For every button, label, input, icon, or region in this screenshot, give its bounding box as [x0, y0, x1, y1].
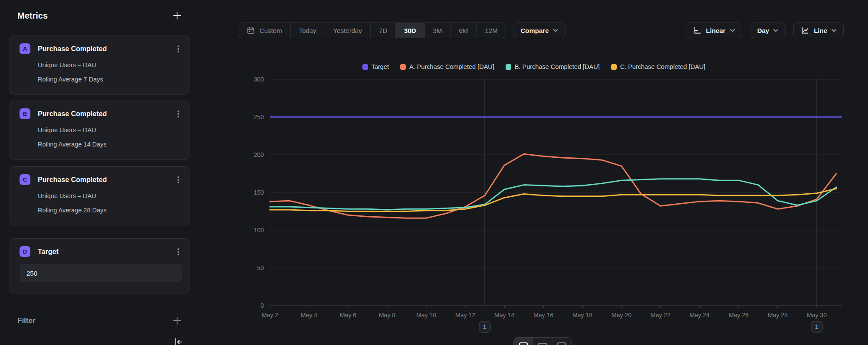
svg-text:May 28: May 28 — [768, 312, 788, 319]
granularity-label: Day — [757, 27, 769, 34]
metrics-dashboard: Metrics A Purchase Completed Unique User… — [0, 0, 868, 345]
svg-text:May 12: May 12 — [455, 312, 475, 319]
svg-text:1: 1 — [483, 323, 487, 330]
metric-menu-button[interactable] — [175, 176, 182, 184]
granularity-dropdown-button[interactable]: Day — [750, 23, 786, 38]
svg-text:May 26: May 26 — [729, 312, 749, 319]
metric-event-type: Unique Users – DAU — [38, 127, 182, 133]
svg-text:150: 150 — [254, 189, 264, 196]
add-filter-button[interactable] — [172, 316, 182, 326]
metric-rolling-average: Rolling Average 14 Days — [38, 141, 182, 148]
sidebar: Metrics A Purchase Completed Unique User… — [0, 0, 200, 345]
chevron-down-icon — [832, 29, 836, 32]
range-12m[interactable]: 12M — [476, 23, 506, 38]
svg-text:May 30: May 30 — [807, 312, 827, 319]
compare-label: Compare — [520, 27, 549, 34]
sidebar-title: Metrics — [17, 11, 48, 21]
svg-text:May 22: May 22 — [651, 312, 671, 319]
collapse-sidebar-button[interactable] — [173, 336, 184, 345]
range-label: 7D — [379, 27, 387, 34]
range-3m[interactable]: 3M — [424, 23, 450, 38]
chart-view-icon — [518, 342, 529, 345]
chevron-down-icon — [553, 29, 558, 32]
target-title: Target — [38, 248, 175, 256]
svg-text:May 24: May 24 — [690, 312, 710, 319]
metric-menu-button[interactable] — [175, 110, 182, 118]
target-card[interactable]: D Target — [10, 238, 190, 293]
view-mode-segmented-control — [513, 337, 572, 345]
view-mode-split[interactable] — [552, 338, 571, 345]
range-30d[interactable]: 30D — [395, 23, 424, 38]
svg-text:50: 50 — [257, 264, 264, 271]
split-view-icon — [556, 342, 567, 345]
range-custom[interactable]: Custom — [238, 23, 290, 38]
range-6m[interactable]: 6M — [450, 23, 476, 38]
metric-rolling-average: Rolling Average 28 Days — [38, 207, 182, 214]
chart-svg[interactable]: 050100150200250300May 2May 4May 6May 8Ma… — [200, 56, 868, 345]
scale-dropdown-button[interactable]: Linear — [686, 23, 742, 38]
view-mode-chart[interactable] — [514, 338, 533, 345]
sidebar-header: Metrics — [17, 10, 182, 22]
chevron-down-icon — [730, 29, 735, 32]
add-metric-button[interactable] — [172, 10, 182, 21]
plus-icon — [172, 316, 182, 326]
filter-section: Filter — [17, 315, 182, 327]
svg-text:0: 0 — [260, 302, 264, 309]
metric-menu-button[interactable] — [175, 45, 182, 53]
view-mode-table[interactable] — [533, 338, 552, 345]
metric-rolling-average: Rolling Average 7 Days — [38, 76, 182, 83]
date-range-segmented-control: Custom Today Yesterday 7D 30D 3M 6M 12M — [238, 23, 506, 38]
svg-text:May 10: May 10 — [416, 312, 436, 319]
metric-event-type: Unique Users – DAU — [38, 192, 182, 199]
metric-card-a[interactable]: A Purchase Completed Unique Users – DAU … — [10, 36, 190, 94]
svg-text:May 18: May 18 — [572, 312, 592, 319]
metric-title: Purchase Completed — [38, 110, 175, 118]
target-menu-button[interactable] — [175, 247, 182, 256]
svg-text:1: 1 — [815, 323, 819, 330]
range-7d[interactable]: 7D — [370, 23, 395, 38]
axes-icon — [693, 26, 702, 35]
kebab-icon — [175, 45, 182, 53]
range-label: 6M — [459, 27, 468, 34]
sidebar-divider — [0, 330, 200, 330]
range-label: Yesterday — [333, 27, 362, 34]
chevron-down-icon — [773, 29, 778, 32]
kebab-icon — [175, 176, 182, 184]
metric-card-b[interactable]: B Purchase Completed Unique Users – DAU … — [10, 101, 190, 159]
svg-text:May 8: May 8 — [379, 312, 395, 319]
calendar-icon — [247, 26, 255, 35]
kebab-icon — [175, 110, 182, 118]
target-badge: D — [20, 246, 30, 257]
svg-text:300: 300 — [254, 76, 264, 83]
range-label: Custom — [260, 27, 282, 34]
svg-text:May 14: May 14 — [494, 312, 514, 319]
line-chart-icon — [801, 26, 809, 35]
chart-type-label: Line — [814, 27, 827, 34]
range-yesterday[interactable]: Yesterday — [325, 23, 370, 38]
svg-text:May 4: May 4 — [301, 312, 317, 319]
metric-badge: B — [20, 108, 30, 119]
svg-text:May 2: May 2 — [262, 312, 278, 319]
metric-card-c[interactable]: C Purchase Completed Unique Users – DAU … — [10, 166, 190, 225]
svg-text:200: 200 — [254, 151, 264, 158]
svg-text:May 16: May 16 — [533, 312, 553, 319]
plus-icon — [172, 10, 182, 21]
metric-badge: A — [20, 43, 30, 54]
range-today[interactable]: Today — [290, 23, 325, 38]
range-label: 12M — [485, 27, 497, 34]
collapse-left-icon — [173, 336, 184, 345]
target-value-input[interactable] — [20, 264, 182, 282]
filter-title: Filter — [17, 316, 36, 325]
svg-text:100: 100 — [254, 227, 264, 234]
metric-title: Purchase Completed — [38, 176, 175, 184]
metric-badge: C — [20, 174, 30, 185]
compare-button[interactable]: Compare — [513, 23, 565, 38]
svg-text:250: 250 — [254, 114, 264, 120]
chart-type-dropdown-button[interactable]: Line — [793, 23, 844, 38]
range-label: Today — [299, 27, 316, 34]
metric-event-type: Unique Users – DAU — [38, 62, 182, 68]
kebab-icon — [175, 247, 182, 256]
range-label: 3M — [433, 27, 442, 34]
svg-text:May 6: May 6 — [340, 312, 356, 319]
chart-toolbar: Custom Today Yesterday 7D 30D 3M 6M 12M … — [238, 23, 844, 38]
